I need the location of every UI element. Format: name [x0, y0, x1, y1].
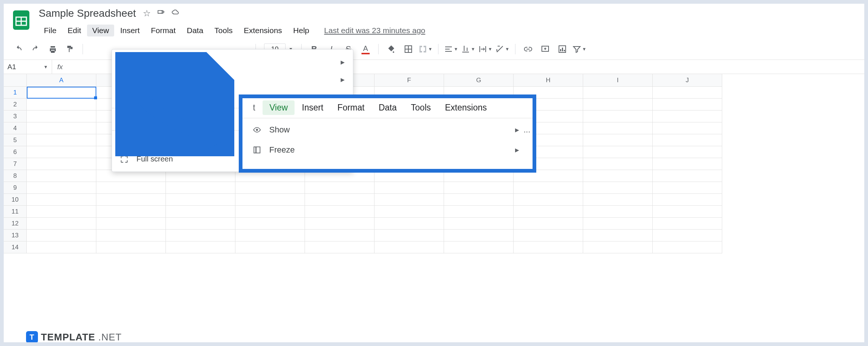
- row-header[interactable]: 12: [4, 218, 27, 230]
- cell[interactable]: [653, 194, 722, 206]
- cell[interactable]: [305, 194, 374, 206]
- cell[interactable]: [583, 241, 653, 253]
- cell[interactable]: [305, 241, 374, 253]
- comment-button[interactable]: [537, 42, 553, 57]
- cell[interactable]: [27, 158, 96, 170]
- rotate-button[interactable]: ▼: [495, 42, 510, 57]
- cell[interactable]: [96, 194, 166, 206]
- cell[interactable]: [374, 194, 444, 206]
- cell[interactable]: [96, 241, 166, 253]
- redo-button[interactable]: [28, 42, 44, 57]
- menu-extensions[interactable]: Extensions: [239, 25, 287, 36]
- row-header[interactable]: 1: [4, 87, 27, 99]
- cell[interactable]: [653, 110, 722, 122]
- menu-view[interactable]: View: [87, 25, 114, 36]
- cell[interactable]: [235, 206, 305, 218]
- fill-color-button[interactable]: [383, 42, 399, 57]
- cell[interactable]: [583, 230, 653, 241]
- cell[interactable]: [374, 206, 444, 218]
- row-header[interactable]: 5: [4, 134, 27, 146]
- cell[interactable]: [235, 182, 305, 194]
- undo-button[interactable]: [11, 42, 26, 57]
- cell[interactable]: [96, 230, 166, 241]
- last-edit-link[interactable]: Last edit was 23 minutes ago: [324, 25, 425, 36]
- cell[interactable]: [583, 110, 653, 122]
- cell[interactable]: [514, 206, 583, 218]
- callout-menu-insert[interactable]: Insert: [295, 100, 330, 115]
- text-color-button[interactable]: A: [358, 42, 373, 57]
- cell[interactable]: [583, 122, 653, 134]
- cell[interactable]: [514, 241, 583, 253]
- row-header[interactable]: 6: [4, 146, 27, 158]
- doc-title[interactable]: Sample Spreadsheet: [39, 7, 136, 19]
- cell[interactable]: [27, 241, 96, 253]
- cell[interactable]: [583, 170, 653, 182]
- cell[interactable]: [653, 218, 722, 230]
- row-header[interactable]: 11: [4, 206, 27, 218]
- cell[interactable]: [235, 230, 305, 241]
- cell[interactable]: [27, 218, 96, 230]
- cell[interactable]: [27, 122, 96, 134]
- cell[interactable]: [27, 110, 96, 122]
- row-header[interactable]: 10: [4, 194, 27, 206]
- col-header[interactable]: H: [514, 74, 583, 87]
- cell[interactable]: [96, 182, 166, 194]
- cell[interactable]: [583, 194, 653, 206]
- select-all-corner[interactable]: [4, 74, 27, 87]
- row-header[interactable]: 3: [4, 110, 27, 122]
- cell[interactable]: [514, 230, 583, 241]
- col-header[interactable]: I: [583, 74, 653, 87]
- cell[interactable]: [166, 230, 235, 241]
- v-align-button[interactable]: ▼: [460, 42, 476, 57]
- callout-menu-data[interactable]: Data: [372, 100, 404, 115]
- cell[interactable]: [166, 218, 235, 230]
- menu-format[interactable]: Format: [146, 25, 181, 36]
- cell[interactable]: [583, 134, 653, 146]
- cell[interactable]: [27, 230, 96, 241]
- row-header[interactable]: 9: [4, 182, 27, 194]
- cell[interactable]: [235, 218, 305, 230]
- cell[interactable]: [653, 122, 722, 134]
- col-header[interactable]: G: [444, 74, 514, 87]
- cell[interactable]: [27, 146, 96, 158]
- paint-format-button[interactable]: [62, 42, 78, 57]
- row-header[interactable]: 13: [4, 230, 27, 241]
- callout-menu-format[interactable]: Format: [331, 100, 371, 115]
- cell[interactable]: [514, 182, 583, 194]
- menu-file[interactable]: File: [39, 25, 62, 36]
- cell[interactable]: [514, 218, 583, 230]
- cell[interactable]: [653, 182, 722, 194]
- sheets-logo[interactable]: [11, 7, 31, 33]
- cell[interactable]: [305, 230, 374, 241]
- cell[interactable]: [27, 134, 96, 146]
- col-header[interactable]: A: [27, 74, 96, 87]
- cell[interactable]: [374, 230, 444, 241]
- cell[interactable]: [583, 87, 653, 99]
- cell[interactable]: [166, 206, 235, 218]
- cell[interactable]: [653, 158, 722, 170]
- cell[interactable]: [444, 230, 514, 241]
- menu-insert[interactable]: Insert: [115, 25, 145, 36]
- borders-button[interactable]: [401, 42, 416, 57]
- menu-edit[interactable]: Edit: [62, 25, 86, 36]
- menu-tools[interactable]: Tools: [209, 25, 238, 36]
- cell[interactable]: [444, 241, 514, 253]
- cell[interactable]: [653, 87, 722, 99]
- cell[interactable]: [653, 230, 722, 241]
- cell[interactable]: [305, 182, 374, 194]
- cell[interactable]: [27, 182, 96, 194]
- row-header[interactable]: 8: [4, 170, 27, 182]
- cell[interactable]: [583, 99, 653, 110]
- cell[interactable]: [166, 241, 235, 253]
- menu-data[interactable]: Data: [181, 25, 208, 36]
- row-header[interactable]: 2: [4, 99, 27, 110]
- cell[interactable]: [166, 182, 235, 194]
- h-align-button[interactable]: ▼: [443, 42, 459, 57]
- merge-button[interactable]: ▼: [418, 42, 433, 57]
- row-header[interactable]: 7: [4, 158, 27, 170]
- print-button[interactable]: [45, 42, 61, 57]
- name-box[interactable]: A1▼: [4, 60, 52, 74]
- cell[interactable]: [27, 206, 96, 218]
- cell[interactable]: [235, 194, 305, 206]
- cell[interactable]: [653, 206, 722, 218]
